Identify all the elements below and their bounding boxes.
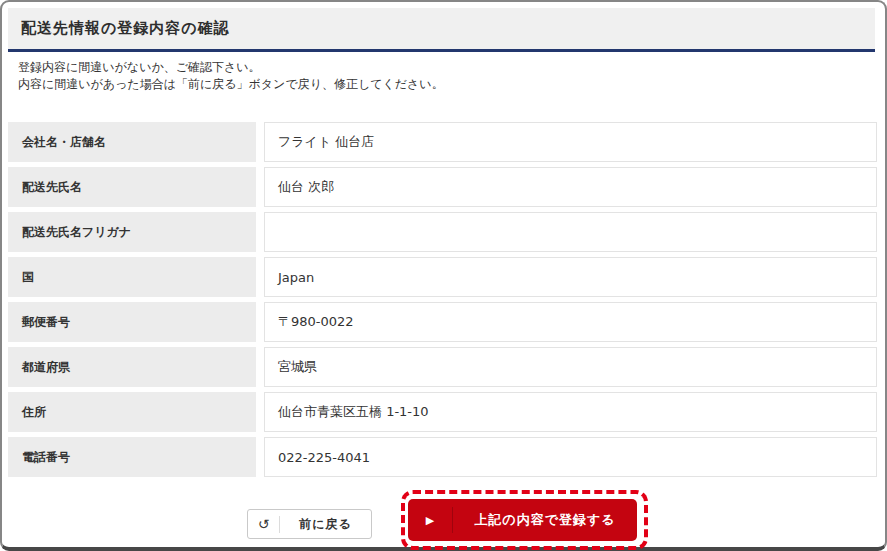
instructions: 登録内容に間違いがないか、ご確認下さい。 内容に間違いがあった場合は「前に戻る」… [18, 59, 444, 93]
row-label: 郵便番号 [8, 302, 256, 342]
confirmation-table: 会社名・店舗名 フライト 仙台店 配送先氏名 仙台 次郎 配送先氏名フリガナ 国… [8, 122, 877, 482]
play-triangle-icon: ▶ [408, 515, 452, 526]
page-header: 配送先情報の登録内容の確認 [8, 8, 875, 52]
row-value: 022-225-4041 [264, 437, 877, 477]
table-row-recipient-furigana: 配送先氏名フリガナ [8, 212, 877, 252]
table-row-postal-code: 郵便番号 〒980-0022 [8, 302, 877, 342]
page-title: 配送先情報の登録内容の確認 [8, 19, 230, 38]
row-label: 配送先氏名 [8, 167, 256, 207]
row-label: 都道府県 [8, 347, 256, 387]
row-value: 〒980-0022 [264, 302, 877, 342]
table-row-recipient-name: 配送先氏名 仙台 次郎 [8, 167, 877, 207]
table-row-country: 国 Japan [8, 257, 877, 297]
back-button[interactable]: ↺ 前に戻る [247, 509, 372, 539]
instruction-line-2: 内容に間違いがあった場合は「前に戻る」ボタンで戻り、修正してください。 [18, 76, 444, 93]
table-row-phone: 電話番号 022-225-4041 [8, 437, 877, 477]
row-label: 会社名・店舗名 [8, 122, 256, 162]
instruction-line-1: 登録内容に間違いがないか、ご確認下さい。 [18, 59, 444, 76]
row-label: 電話番号 [8, 437, 256, 477]
row-value: 仙台 次郎 [264, 167, 877, 207]
table-row-address: 住所 仙台市青葉区五橋 1-1-10 [8, 392, 877, 432]
row-value: 宮城県 [264, 347, 877, 387]
register-button-label: 上記の内容で登録する [453, 511, 637, 529]
row-value: フライト 仙台店 [264, 122, 877, 162]
row-value [264, 212, 877, 252]
register-button[interactable]: ▶ 上記の内容で登録する [408, 499, 637, 541]
undo-arrow-icon: ↺ [248, 517, 279, 531]
table-row-prefecture: 都道府県 宮城県 [8, 347, 877, 387]
row-label: 配送先氏名フリガナ [8, 212, 256, 252]
row-label: 住所 [8, 392, 256, 432]
table-row-company: 会社名・店舗名 フライト 仙台店 [8, 122, 877, 162]
row-value: Japan [264, 257, 877, 297]
row-label: 国 [8, 257, 256, 297]
confirmation-window: 配送先情報の登録内容の確認 登録内容に間違いがないか、ご確認下さい。 内容に間違… [0, 0, 887, 551]
row-value: 仙台市青葉区五橋 1-1-10 [264, 392, 877, 432]
back-button-label: 前に戻る [280, 516, 371, 533]
